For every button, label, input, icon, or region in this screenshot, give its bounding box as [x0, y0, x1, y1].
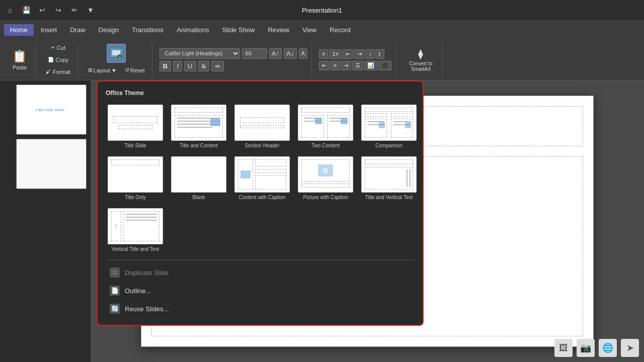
layout-title-content[interactable]: Title and Content — [169, 103, 228, 150]
layout-picture-caption[interactable]: 🖼 Picture with Caption — [296, 154, 355, 202]
layout-thumb-title-only — [108, 156, 163, 193]
layout-thumb-picture-caption: 🖼 — [298, 156, 353, 193]
dropdown-overlay: Office Theme Title Slide — [0, 0, 644, 362]
layout-label-two-content: Two Content — [311, 143, 340, 148]
reuse-slides-item[interactable]: 🔄 Reuse Slides... — [106, 301, 415, 317]
layout-thumb-section-header — [234, 105, 290, 141]
layout-thumb-two-content — [298, 105, 353, 141]
layout-grid: Title Slide Title and Content — [106, 103, 415, 254]
duplicate-label: Duplicate Slide — [125, 269, 169, 277]
layout-thumb-vertical-title: Title — [108, 208, 163, 244]
layout-thumb-title-vertical — [361, 156, 417, 193]
duplicate-icon: ⧉ — [110, 267, 120, 278]
layout-content-caption[interactable]: Content with Caption — [232, 154, 292, 202]
layout-label-content-caption: Content with Caption — [239, 195, 286, 200]
layout-label-title-content: Title and Content — [180, 143, 218, 148]
reuse-icon: 🔄 — [110, 304, 120, 314]
layout-blank[interactable]: Blank — [169, 154, 228, 202]
layout-title-vertical[interactable]: Title and Vertical Text — [359, 154, 419, 202]
layout-label-comparison: Comparison — [375, 143, 403, 148]
layout-label-title-slide: Title Slide — [124, 143, 146, 148]
layout-label-vertical-title: Vertical Title and Text — [112, 246, 159, 252]
layout-thumb-content-caption — [234, 156, 290, 193]
layout-label-title-only: Title Only — [125, 195, 146, 200]
layout-title-only[interactable]: Title Only — [106, 154, 165, 202]
layout-label-section-header: Section Header — [245, 143, 280, 148]
outline-item[interactable]: 📄 Outline... — [106, 283, 415, 299]
layout-vertical-title[interactable]: Title Vertical Title and Text — [106, 206, 165, 254]
layout-label-blank: Blank — [192, 195, 205, 200]
layout-section-header[interactable]: Section Header — [232, 103, 292, 150]
layout-thumb-title-slide — [108, 105, 163, 141]
outline-icon: 📄 — [110, 286, 120, 296]
dropdown-title: Office Theme — [106, 89, 415, 97]
layout-label-title-vertical: Title and Vertical Text — [365, 195, 413, 200]
layout-title-slide[interactable]: Title Slide — [106, 103, 165, 150]
dropdown-menu-items: ⧉ Duplicate Slide 📄 Outline... 🔄 Reuse S… — [106, 260, 415, 317]
layout-thumb-comparison — [361, 105, 417, 141]
duplicate-slide-item[interactable]: ⧉ Duplicate Slide — [106, 264, 415, 281]
layout-thumb-title-content — [171, 105, 226, 141]
layout-label-picture-caption: Picture with Caption — [303, 195, 348, 200]
layout-thumb-blank — [171, 156, 226, 193]
layout-comparison[interactable]: Comparison — [359, 103, 419, 150]
reuse-label: Reuse Slides... — [125, 305, 169, 313]
layout-dropdown: Office Theme Title Slide — [97, 80, 424, 326]
outline-label: Outline... — [125, 287, 151, 295]
layout-two-content[interactable]: Two Content — [296, 103, 355, 150]
